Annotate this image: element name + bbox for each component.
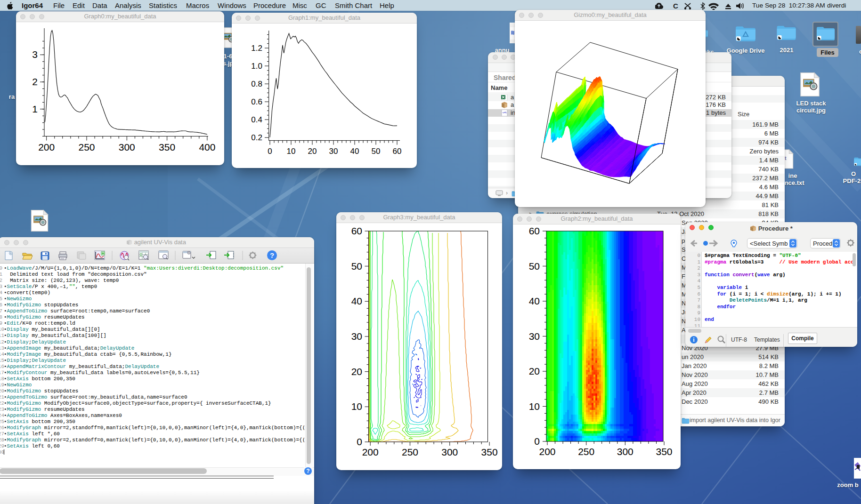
svg-text:50: 50 — [529, 261, 540, 272]
svg-text:10: 10 — [287, 147, 296, 156]
svg-text:40: 40 — [529, 296, 540, 306]
svg-text:350: 350 — [481, 447, 498, 457]
svg-text:50: 50 — [372, 147, 381, 156]
svg-text:20: 20 — [529, 366, 540, 376]
svg-text:200: 200 — [362, 447, 379, 457]
svg-text:250: 250 — [578, 446, 594, 457]
svg-text:250: 250 — [78, 142, 95, 152]
svg-text:3: 3 — [32, 49, 38, 60]
svg-text:30: 30 — [329, 147, 338, 156]
svg-text:0: 0 — [534, 436, 540, 447]
svg-text:350: 350 — [159, 142, 175, 152]
svg-text:40: 40 — [350, 147, 359, 156]
svg-text:60: 60 — [351, 225, 362, 236]
svg-text:0.8: 0.8 — [251, 80, 262, 88]
svg-text:10: 10 — [529, 401, 540, 412]
svg-text:10: 10 — [351, 401, 362, 412]
svg-text:20: 20 — [308, 147, 317, 156]
svg-text:250: 250 — [402, 447, 418, 457]
svg-text:60: 60 — [393, 147, 402, 156]
svg-text:1.0: 1.0 — [251, 62, 262, 71]
svg-text:50: 50 — [351, 261, 362, 272]
svg-text:0.4: 0.4 — [251, 115, 262, 124]
svg-text:300: 300 — [441, 447, 458, 457]
svg-text:0.2: 0.2 — [251, 133, 262, 142]
svg-text:30: 30 — [351, 331, 362, 342]
svg-text:20: 20 — [351, 366, 362, 377]
svg-text:200: 200 — [539, 446, 555, 457]
svg-text:1.2: 1.2 — [251, 44, 262, 53]
svg-text:C: C — [673, 2, 678, 10]
svg-text:1: 1 — [32, 104, 38, 114]
svg-text:30: 30 — [529, 331, 540, 342]
svg-text:200: 200 — [38, 142, 55, 152]
svg-text:400: 400 — [199, 142, 215, 152]
svg-text:300: 300 — [119, 142, 135, 152]
svg-text:300: 300 — [617, 446, 634, 457]
svg-text:40: 40 — [351, 296, 362, 306]
svg-text:0.6: 0.6 — [251, 97, 262, 106]
svg-text:0: 0 — [268, 147, 272, 156]
svg-text:0: 0 — [357, 436, 362, 447]
svg-text:60: 60 — [529, 225, 540, 236]
svg-text:2: 2 — [32, 76, 38, 87]
svg-text:350: 350 — [656, 446, 672, 457]
